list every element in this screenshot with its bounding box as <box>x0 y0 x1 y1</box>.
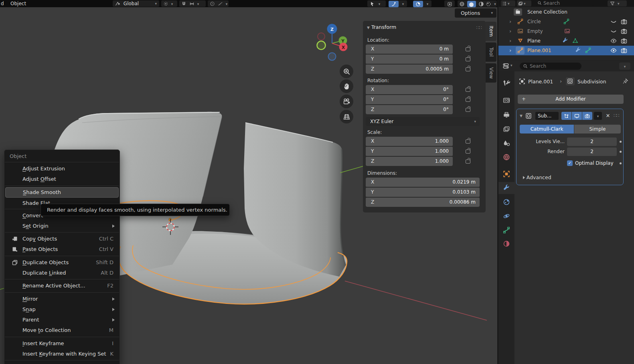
show-gizmo-toggle[interactable]: ▾ <box>389 0 407 7</box>
expand-arrow-icon[interactable]: › <box>509 26 511 36</box>
rotation-y-field[interactable]: Y0° <box>366 95 453 104</box>
shading-material-icon[interactable] <box>478 1 484 7</box>
properties-search-input[interactable]: Search <box>520 63 581 70</box>
menu-item-duplicate-objects[interactable]: Duplicate ObjectsShift D <box>5 257 119 268</box>
menu-item-parent[interactable]: Parent <box>5 315 119 325</box>
select-tool-dropdown[interactable]: ▾ <box>367 0 386 7</box>
dimensions-y-field[interactable]: Y0.0103 m <box>366 188 480 197</box>
menu-item-insert-keyframe-keying-set[interactable]: Insert Keyframe with Keying SetK <box>5 349 119 359</box>
show-overlays-toggle[interactable]: ▾ <box>413 0 431 7</box>
location-z-field[interactable]: Z0.0005 m <box>366 65 453 74</box>
outliner-row-scene-collection[interactable]: Scene Collection <box>498 7 634 17</box>
dimensions-x-field[interactable]: X0.0219 m <box>366 178 480 187</box>
expand-arrow-icon[interactable]: › <box>509 36 511 46</box>
hide-viewport-icon[interactable] <box>610 18 617 25</box>
expand-arrow-icon[interactable]: › <box>509 17 511 26</box>
menu-item-mirror[interactable]: Mirror <box>5 294 119 304</box>
pin-icon[interactable] <box>622 78 628 84</box>
editor-divider[interactable] <box>497 0 498 364</box>
snapping-controls[interactable]: ▾ <box>179 0 206 7</box>
keyframe-dot[interactable] <box>620 141 622 143</box>
location-x-field[interactable]: X0 m <box>366 44 453 54</box>
delete-modifier-button[interactable]: ✕ <box>604 112 612 120</box>
levels-viewport-field[interactable]: 2 <box>567 138 617 146</box>
proportional-editing-controls[interactable]: ▾ <box>208 0 229 7</box>
lock-icon[interactable] <box>466 150 470 154</box>
tab-world-icon[interactable] <box>503 154 510 161</box>
tab-tool-icon[interactable] <box>503 79 510 87</box>
lock-icon[interactable] <box>466 47 470 51</box>
magnet-icon[interactable] <box>181 1 186 6</box>
shading-solid-icon[interactable] <box>467 1 476 7</box>
add-modifier-button[interactable]: + Add Modifier <box>518 95 624 104</box>
modifier-extras-dropdown[interactable]: ▾ <box>594 112 602 120</box>
transform-panel-header[interactable]: ▼ Transform <box>367 24 396 30</box>
tab-object-icon[interactable] <box>503 170 510 178</box>
overlays-toggle-icon[interactable] <box>413 1 423 7</box>
menu-item-insert-keyframe[interactable]: Insert KeyframeI <box>5 338 119 349</box>
catmull-clark-button[interactable]: Catmull-Clark <box>520 125 574 133</box>
advanced-section-toggle[interactable]: Advanced <box>523 174 551 180</box>
menu-partial[interactable]: d <box>1 0 4 7</box>
tab-view[interactable]: View <box>486 63 496 83</box>
menu-item-adjust-extrusion[interactable]: Adjust Extrusion <box>5 164 119 174</box>
disable-render-icon[interactable] <box>621 28 627 34</box>
rotation-z-field[interactable]: Z0° <box>366 105 453 114</box>
tab-modifiers-icon-active[interactable] <box>503 184 510 192</box>
menu-item-adjust-offset[interactable]: Adjust Offset <box>5 174 119 184</box>
scale-x-field[interactable]: X1.000 <box>366 137 453 146</box>
realtime-display-toggle[interactable] <box>572 112 582 120</box>
shading-wireframe-icon[interactable] <box>459 1 465 7</box>
disable-render-icon[interactable] <box>621 47 627 54</box>
xray-toggle[interactable] <box>444 0 455 7</box>
scale-z-field[interactable]: Z1.000 <box>366 157 453 166</box>
menu-item-copy-objects[interactable]: Copy ObjectsCtrl C <box>5 234 119 244</box>
proportional-editing-icon[interactable] <box>210 1 215 6</box>
hide-viewport-icon[interactable] <box>610 28 617 34</box>
outliner-search-input[interactable]: Search <box>535 0 595 6</box>
menu-item-move-to-collection[interactable]: Move to CollectionM <box>5 325 119 336</box>
object-menu[interactable]: Object <box>10 0 26 7</box>
show-viewport-icon[interactable] <box>610 38 617 44</box>
menu-item-rename-active-object[interactable]: Rename Active Object...F2 <box>5 281 119 291</box>
tab-particles-icon[interactable] <box>503 198 510 206</box>
menu-item-snap[interactable]: Snap <box>5 304 119 315</box>
tab-scene-icon[interactable] <box>503 140 510 147</box>
outliner-filter-dropdown[interactable]: ▾ <box>608 0 627 6</box>
gizmo-axis-neg-x[interactable] <box>318 33 325 40</box>
outliner-editor-type-dropdown[interactable]: ▾ <box>501 0 515 6</box>
pan-button[interactable] <box>340 79 353 93</box>
properties-options-button[interactable]: ▾ <box>619 63 630 70</box>
rotation-x-field[interactable]: X0° <box>366 85 453 94</box>
show-viewport-icon[interactable] <box>610 47 617 54</box>
menu-item-duplicate-linked[interactable]: Duplicate LinkedAlt D <box>5 268 119 278</box>
lock-icon[interactable] <box>466 108 470 112</box>
navigation-gizmo[interactable]: Z Y X <box>310 19 358 67</box>
keyframe-dot[interactable] <box>620 151 622 153</box>
scale-y-field[interactable]: Y1.000 <box>366 147 453 156</box>
drag-handle-icon[interactable]: ∷∷ <box>476 25 482 30</box>
shading-rendered-icon[interactable] <box>486 1 491 7</box>
rotation-mode-dropdown[interactable]: XYZ Euler ▾ <box>366 117 480 126</box>
tab-output-icon[interactable] <box>503 111 510 119</box>
render-toggle[interactable] <box>582 112 592 120</box>
outliner-row-circle[interactable]: › Circle <box>498 17 634 26</box>
tab-render-icon[interactable] <box>503 97 510 104</box>
optimal-display-checkbox[interactable]: ✓ <box>567 160 573 166</box>
tab-object-data-icon[interactable] <box>503 226 510 234</box>
dimensions-z-field[interactable]: Z0.00086 m <box>366 198 480 207</box>
disable-render-icon[interactable] <box>621 38 627 44</box>
ortho-toggle-button[interactable] <box>340 110 353 123</box>
disable-render-icon[interactable] <box>621 18 627 25</box>
expand-arrow-icon[interactable]: › <box>509 46 511 55</box>
camera-view-button[interactable] <box>340 95 353 108</box>
viewport-3d[interactable]: Z Y X Options ▾ ▼ Transform ∷∷ Location:… <box>0 0 497 364</box>
lock-icon[interactable] <box>466 88 470 92</box>
outliner-row-plane-001-selected[interactable]: › Plane.001 <box>498 46 634 55</box>
breadcrumb-modifier[interactable]: Subdivision <box>577 79 606 85</box>
drag-handle-icon[interactable]: ∷∷ <box>614 113 619 118</box>
outliner-row-plane[interactable]: › Plane <box>498 36 634 46</box>
menu-item-paste-objects[interactable]: Paste ObjectsCtrl V <box>5 244 119 255</box>
lock-icon[interactable] <box>466 140 470 144</box>
tab-item[interactable]: Item <box>486 22 496 41</box>
